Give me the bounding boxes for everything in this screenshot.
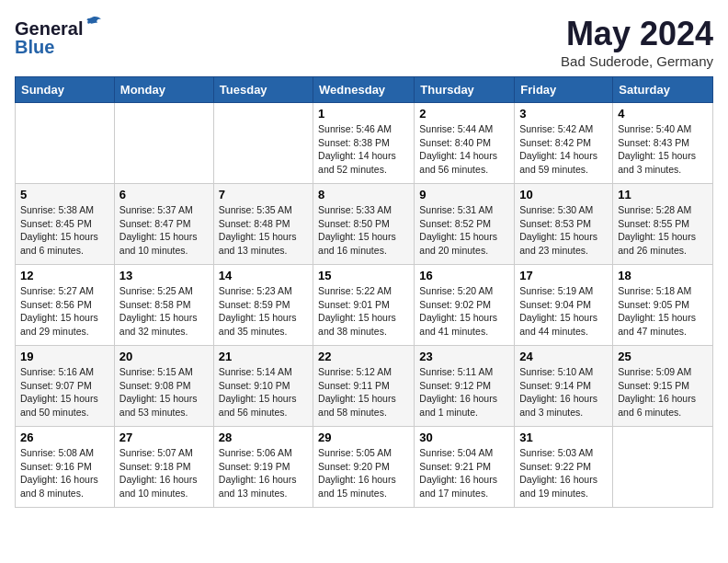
- day-info: Sunrise: 5:25 AMSunset: 8:58 PMDaylight:…: [119, 284, 209, 339]
- month-title: May 2024: [561, 15, 713, 53]
- logo: General Blue: [15, 15, 105, 57]
- day-number: 29: [318, 431, 409, 444]
- day-number: 18: [618, 269, 708, 282]
- day-info: Sunrise: 5:07 AMSunset: 9:18 PMDaylight:…: [119, 446, 209, 500]
- table-row: 10Sunrise: 5:30 AMSunset: 8:53 PMDayligh…: [515, 184, 613, 265]
- day-info: Sunrise: 5:22 AMSunset: 9:01 PMDaylight:…: [318, 284, 409, 339]
- table-row: 29Sunrise: 5:05 AMSunset: 9:20 PMDayligh…: [313, 427, 415, 508]
- day-number: 1: [318, 107, 409, 121]
- day-info: Sunrise: 5:16 AMSunset: 9:07 PMDaylight:…: [20, 365, 109, 419]
- table-row: 2Sunrise: 5:44 AMSunset: 8:40 PMDaylight…: [415, 103, 515, 184]
- table-row: 5Sunrise: 5:38 AMSunset: 8:45 PMDaylight…: [16, 184, 115, 265]
- logo-display: General Blue: [15, 18, 105, 57]
- day-info: Sunrise: 5:28 AMSunset: 8:55 PMDaylight:…: [618, 203, 708, 258]
- day-info: Sunrise: 5:46 AMSunset: 8:38 PMDaylight:…: [318, 122, 409, 177]
- table-row: 18Sunrise: 5:18 AMSunset: 9:05 PMDayligh…: [613, 265, 713, 346]
- day-info: Sunrise: 5:14 AMSunset: 9:10 PMDaylight:…: [219, 365, 308, 419]
- day-number: 5: [20, 188, 109, 201]
- day-number: 20: [119, 350, 209, 363]
- col-thursday: Thursday: [415, 77, 515, 103]
- table-row: [16, 103, 115, 184]
- day-number: 22: [318, 350, 409, 363]
- day-info: Sunrise: 5:11 AMSunset: 9:12 PMDaylight:…: [419, 365, 509, 419]
- table-row: 25Sunrise: 5:09 AMSunset: 9:15 PMDayligh…: [613, 346, 713, 427]
- day-number: 17: [519, 269, 608, 282]
- table-row: 13Sunrise: 5:25 AMSunset: 8:58 PMDayligh…: [114, 265, 213, 346]
- calendar-week-row: 1Sunrise: 5:46 AMSunset: 8:38 PMDaylight…: [16, 103, 713, 184]
- day-info: Sunrise: 5:44 AMSunset: 8:40 PMDaylight:…: [419, 122, 509, 177]
- day-number: 12: [20, 269, 109, 282]
- day-info: Sunrise: 5:04 AMSunset: 9:21 PMDaylight:…: [419, 446, 509, 500]
- table-row: 20Sunrise: 5:15 AMSunset: 9:08 PMDayligh…: [114, 346, 213, 427]
- table-row: 16Sunrise: 5:20 AMSunset: 9:02 PMDayligh…: [415, 265, 515, 346]
- table-row: 21Sunrise: 5:14 AMSunset: 9:10 PMDayligh…: [213, 346, 313, 427]
- table-row: 7Sunrise: 5:35 AMSunset: 8:48 PMDaylight…: [213, 184, 313, 265]
- day-info: Sunrise: 5:40 AMSunset: 8:43 PMDaylight:…: [618, 122, 708, 177]
- day-info: Sunrise: 5:03 AMSunset: 9:22 PMDaylight:…: [519, 446, 608, 500]
- day-number: 4: [618, 107, 708, 121]
- table-row: [213, 103, 313, 184]
- col-wednesday: Wednesday: [313, 77, 415, 103]
- day-number: 21: [219, 350, 308, 363]
- title-block: May 2024 Bad Suderode, Germany: [561, 15, 713, 69]
- table-row: 3Sunrise: 5:42 AMSunset: 8:42 PMDaylight…: [515, 103, 613, 184]
- table-row: 22Sunrise: 5:12 AMSunset: 9:11 PMDayligh…: [313, 346, 415, 427]
- day-number: 25: [618, 350, 708, 363]
- day-info: Sunrise: 5:31 AMSunset: 8:52 PMDaylight:…: [419, 203, 509, 258]
- table-row: 14Sunrise: 5:23 AMSunset: 8:59 PMDayligh…: [213, 265, 313, 346]
- day-number: 19: [20, 350, 109, 363]
- day-info: Sunrise: 5:27 AMSunset: 8:56 PMDaylight:…: [20, 284, 109, 339]
- table-row: 28Sunrise: 5:06 AMSunset: 9:19 PMDayligh…: [213, 427, 313, 508]
- table-row: 4Sunrise: 5:40 AMSunset: 8:43 PMDaylight…: [613, 103, 713, 184]
- calendar-week-row: 5Sunrise: 5:38 AMSunset: 8:45 PMDaylight…: [16, 184, 713, 265]
- calendar-header-row: Sunday Monday Tuesday Wednesday Thursday…: [16, 77, 713, 103]
- day-number: 2: [419, 107, 509, 121]
- day-number: 15: [318, 269, 409, 282]
- col-friday: Friday: [515, 77, 613, 103]
- day-info: Sunrise: 5:20 AMSunset: 9:02 PMDaylight:…: [419, 284, 509, 339]
- day-number: 26: [20, 431, 109, 444]
- logo-bird-icon: [85, 16, 105, 34]
- col-tuesday: Tuesday: [213, 77, 313, 103]
- day-info: Sunrise: 5:19 AMSunset: 9:04 PMDaylight:…: [519, 284, 608, 339]
- logo-blue-text: Blue: [15, 37, 105, 57]
- day-number: 13: [119, 269, 209, 282]
- day-info: Sunrise: 5:35 AMSunset: 8:48 PMDaylight:…: [219, 203, 308, 258]
- day-number: 24: [519, 350, 608, 363]
- day-info: Sunrise: 5:15 AMSunset: 9:08 PMDaylight:…: [119, 365, 209, 419]
- day-info: Sunrise: 5:42 AMSunset: 8:42 PMDaylight:…: [519, 122, 608, 177]
- calendar-week-row: 26Sunrise: 5:08 AMSunset: 9:16 PMDayligh…: [16, 427, 713, 508]
- day-info: Sunrise: 5:12 AMSunset: 9:11 PMDaylight:…: [318, 365, 409, 419]
- table-row: 9Sunrise: 5:31 AMSunset: 8:52 PMDaylight…: [415, 184, 515, 265]
- table-row: 23Sunrise: 5:11 AMSunset: 9:12 PMDayligh…: [415, 346, 515, 427]
- day-number: 6: [119, 188, 209, 201]
- col-saturday: Saturday: [613, 77, 713, 103]
- table-row: 31Sunrise: 5:03 AMSunset: 9:22 PMDayligh…: [515, 427, 613, 508]
- day-info: Sunrise: 5:38 AMSunset: 8:45 PMDaylight:…: [20, 203, 109, 258]
- table-row: 12Sunrise: 5:27 AMSunset: 8:56 PMDayligh…: [16, 265, 115, 346]
- day-number: 28: [219, 431, 308, 444]
- table-row: 1Sunrise: 5:46 AMSunset: 8:38 PMDaylight…: [313, 103, 415, 184]
- day-number: 3: [519, 107, 608, 121]
- table-row: 30Sunrise: 5:04 AMSunset: 9:21 PMDayligh…: [415, 427, 515, 508]
- day-number: 11: [618, 188, 708, 201]
- day-info: Sunrise: 5:06 AMSunset: 9:19 PMDaylight:…: [219, 446, 308, 500]
- day-info: Sunrise: 5:08 AMSunset: 9:16 PMDaylight:…: [20, 446, 109, 500]
- day-number: 8: [318, 188, 409, 201]
- day-info: Sunrise: 5:37 AMSunset: 8:47 PMDaylight:…: [119, 203, 209, 258]
- day-number: 23: [419, 350, 509, 363]
- calendar-week-row: 12Sunrise: 5:27 AMSunset: 8:56 PMDayligh…: [16, 265, 713, 346]
- table-row: 17Sunrise: 5:19 AMSunset: 9:04 PMDayligh…: [515, 265, 613, 346]
- calendar-table: Sunday Monday Tuesday Wednesday Thursday…: [15, 76, 713, 508]
- table-row: [613, 427, 713, 508]
- table-row: 26Sunrise: 5:08 AMSunset: 9:16 PMDayligh…: [16, 427, 115, 508]
- day-number: 27: [119, 431, 209, 444]
- table-row: 8Sunrise: 5:33 AMSunset: 8:50 PMDaylight…: [313, 184, 415, 265]
- day-number: 14: [219, 269, 308, 282]
- table-row: 19Sunrise: 5:16 AMSunset: 9:07 PMDayligh…: [16, 346, 115, 427]
- table-row: 24Sunrise: 5:10 AMSunset: 9:14 PMDayligh…: [515, 346, 613, 427]
- page-header: General Blue May 2024 Bad Suderode, Germ…: [15, 15, 713, 69]
- table-row: 11Sunrise: 5:28 AMSunset: 8:55 PMDayligh…: [613, 184, 713, 265]
- day-info: Sunrise: 5:18 AMSunset: 9:05 PMDaylight:…: [618, 284, 708, 339]
- day-number: 7: [219, 188, 308, 201]
